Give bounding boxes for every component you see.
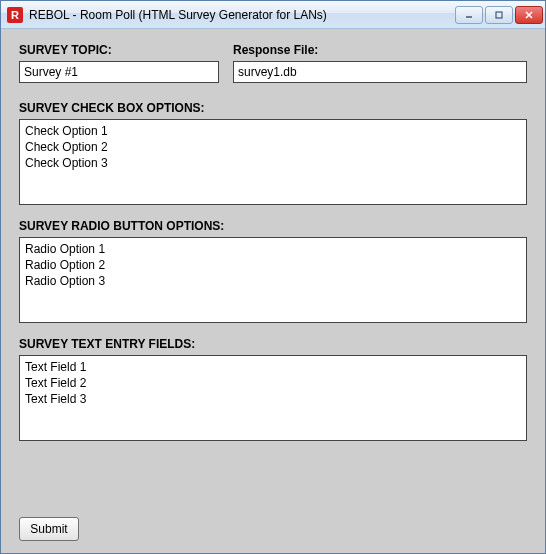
client-area: SURVEY TOPIC: Response File: SURVEY CHEC… (1, 29, 545, 553)
response-file-group: Response File: (233, 43, 527, 83)
window-title: REBOL - Room Poll (HTML Survey Generator… (29, 8, 455, 22)
app-window: R REBOL - Room Poll (HTML Survey Generat… (0, 0, 546, 554)
maximize-button[interactable] (485, 6, 513, 24)
window-controls (455, 6, 543, 24)
response-file-label: Response File: (233, 43, 527, 57)
submit-button[interactable]: Submit (19, 517, 79, 541)
app-icon: R (7, 7, 23, 23)
survey-topic-label: SURVEY TOPIC: (19, 43, 219, 57)
text-fields-label: SURVEY TEXT ENTRY FIELDS: (19, 337, 527, 351)
radio-options-textarea[interactable] (19, 237, 527, 323)
minimize-button[interactable] (455, 6, 483, 24)
checkbox-options-textarea[interactable] (19, 119, 527, 205)
checkbox-options-label: SURVEY CHECK BOX OPTIONS: (19, 101, 527, 115)
top-row: SURVEY TOPIC: Response File: (19, 43, 527, 83)
close-button[interactable] (515, 6, 543, 24)
svg-rect-1 (496, 12, 502, 18)
titlebar: R REBOL - Room Poll (HTML Survey Generat… (1, 1, 545, 29)
radio-options-label: SURVEY RADIO BUTTON OPTIONS: (19, 219, 527, 233)
survey-topic-input[interactable] (19, 61, 219, 83)
response-file-input[interactable] (233, 61, 527, 83)
text-fields-textarea[interactable] (19, 355, 527, 441)
survey-topic-group: SURVEY TOPIC: (19, 43, 219, 83)
